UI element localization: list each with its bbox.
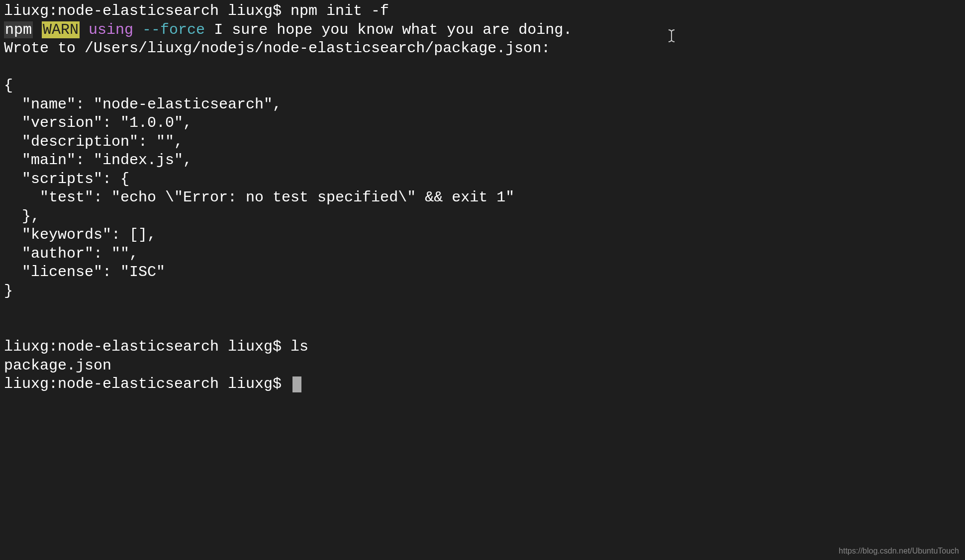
json-license: "license": "ISC" bbox=[4, 263, 961, 282]
terminal-cursor-icon bbox=[292, 376, 301, 392]
blank-line-3 bbox=[4, 319, 961, 338]
warn-label: WARN bbox=[42, 21, 80, 38]
blank-line-1 bbox=[4, 58, 961, 77]
using-text: using bbox=[89, 21, 133, 38]
json-main: "main": "index.js", bbox=[4, 151, 961, 170]
json-version: "version": "1.0.0", bbox=[4, 114, 961, 133]
json-keywords: "keywords": [], bbox=[4, 226, 961, 245]
json-test-script: "test": "echo \"Error: no test specified… bbox=[4, 188, 961, 207]
command-2: ls bbox=[290, 338, 308, 355]
force-flag: --force bbox=[142, 21, 205, 38]
json-scripts-close: }, bbox=[4, 207, 961, 226]
terminal-line-command-2: liuxg:node-elasticsearch liuxg$ ls bbox=[4, 338, 961, 357]
warn-message: I sure hope you know what you are doing. bbox=[205, 21, 572, 38]
json-close-brace: } bbox=[4, 282, 961, 301]
json-name: "name": "node-elasticsearch", bbox=[4, 95, 961, 114]
terminal-line-prompt-final[interactable]: liuxg:node-elasticsearch liuxg$ bbox=[4, 375, 961, 394]
json-open-brace: { bbox=[4, 77, 961, 95]
prompt-3: liuxg:node-elasticsearch liuxg$ bbox=[4, 375, 290, 392]
prompt-1: liuxg:node-elasticsearch liuxg$ bbox=[4, 2, 290, 19]
wrote-to-line: Wrote to /Users/liuxg/nodejs/node-elasti… bbox=[4, 39, 961, 58]
watermark: https://blog.csdn.net/UbuntuTouch bbox=[839, 546, 959, 556]
blank-line-2 bbox=[4, 300, 961, 319]
terminal-line-command-1: liuxg:node-elasticsearch liuxg$ npm init… bbox=[4, 2, 961, 21]
npm-label: npm bbox=[4, 21, 33, 38]
terminal-line-warn: npm WARN using --force I sure hope you k… bbox=[4, 21, 961, 40]
json-scripts-open: "scripts": { bbox=[4, 170, 961, 189]
json-author: "author": "", bbox=[4, 245, 961, 264]
ls-output: package.json bbox=[4, 357, 961, 375]
prompt-2: liuxg:node-elasticsearch liuxg$ bbox=[4, 338, 290, 355]
json-description: "description": "", bbox=[4, 133, 961, 152]
command-1: npm init -f bbox=[290, 2, 389, 19]
